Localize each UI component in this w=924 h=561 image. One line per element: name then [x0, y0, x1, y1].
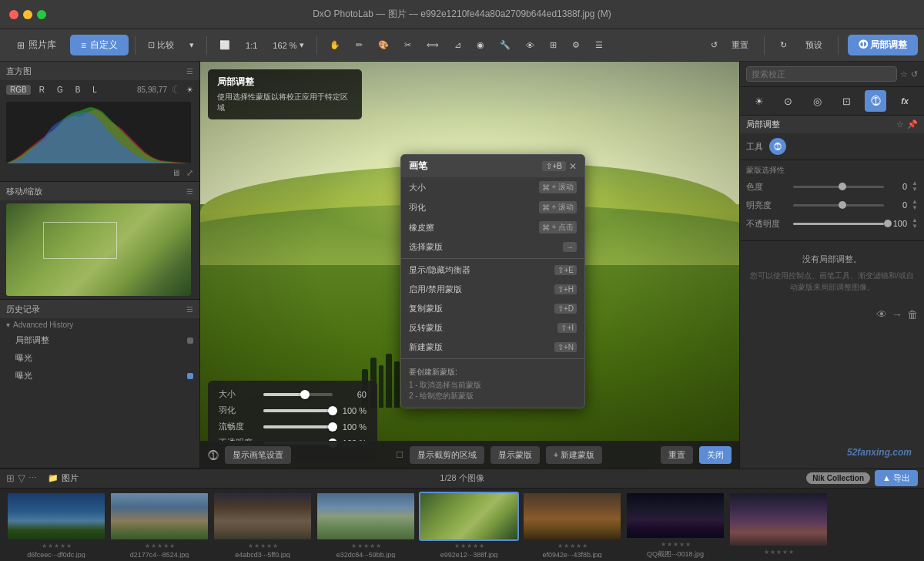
history-item[interactable]: 局部调整 — [0, 331, 199, 349]
edit-tool[interactable]: ✏ — [350, 37, 369, 53]
grid-tool[interactable]: ⊞ — [544, 37, 563, 53]
move-zoom-preview[interactable] — [6, 203, 191, 296]
filter2-icon[interactable]: ⋯ — [28, 473, 37, 483]
detail-tool-icon[interactable]: ◎ — [807, 90, 829, 112]
canvas-area[interactable]: 局部调整 使用选择性蒙版以将校正应用于特定区域 画笔 ⇧+B ✕ 大小 ⌘+ 滚… — [200, 62, 739, 469]
context-menu-close[interactable]: ✕ — [569, 161, 577, 172]
zoom-button[interactable]: 162 % ▾ — [266, 37, 310, 53]
color-picker[interactable]: 🎨 — [372, 37, 395, 53]
fx-tool-icon[interactable]: fx — [894, 90, 916, 112]
history-more-icon[interactable]: ☰ — [186, 305, 193, 314]
cm-item-select-mask[interactable]: 选择蒙版 → — [401, 237, 584, 257]
show-brush-settings[interactable]: 显示画笔设置 — [225, 446, 291, 464]
undo-button[interactable]: ↺ — [705, 36, 724, 54]
refresh-icon[interactable]: ↺ — [911, 69, 918, 79]
move-zoom-more-icon[interactable]: ☰ — [186, 187, 193, 196]
brightness-stepper[interactable]: ▲▼ — [912, 199, 918, 211]
filter-icon[interactable]: ▽ — [18, 472, 25, 484]
undo-label[interactable]: 重置 — [725, 36, 755, 54]
export-button[interactable]: ▲ 导出 — [875, 470, 918, 486]
star-icon[interactable]: ☆ — [896, 119, 904, 129]
channel-l[interactable]: L — [89, 85, 101, 95]
film-thumbnail[interactable]: ★★★★★QQ截图···0018.jpg — [625, 492, 725, 558]
film-thumbnail[interactable]: ★★★★★e4abcd3···5ff0.jpg — [213, 492, 313, 558]
opacity-slider[interactable] — [793, 223, 884, 225]
star-icon[interactable]: ☆ — [900, 69, 908, 79]
channel-r[interactable]: R — [35, 85, 49, 95]
compare-button[interactable]: ⊡ 比较 — [142, 36, 180, 54]
eye-tool[interactable]: 👁 — [520, 38, 541, 53]
extra-tool[interactable]: ☰ — [589, 37, 609, 53]
film-thumbnail[interactable]: ★★★★★d6fceec···df0dc.jpg — [6, 492, 106, 558]
color-slider[interactable] — [793, 186, 884, 188]
local-tool-icon[interactable]: ⓵ — [865, 90, 886, 112]
film-thumbnail[interactable]: ★★★★★e992e12···388f.jpg — [419, 492, 519, 558]
active-tool-indicator[interactable]: ⓵ — [769, 138, 786, 155]
cm-item-size[interactable]: 大小 ⌘+ 滚动 — [401, 177, 584, 197]
film-thumbnail[interactable]: ★★★★★ef0942e···43f8b.jpg — [522, 492, 622, 558]
cm-item-invert-mask[interactable]: 反转蒙版 ⇧+I — [401, 318, 584, 338]
color-tool-icon[interactable]: ⊙ — [778, 90, 799, 112]
show-mask-button[interactable]: 显示蒙版 — [490, 446, 540, 464]
brush-size-slider[interactable] — [263, 393, 333, 396]
histogram-moon-icon[interactable]: ☾ — [172, 83, 182, 96]
brightness-slider[interactable] — [793, 204, 884, 207]
histogram-more-icon[interactable]: ☰ — [186, 67, 193, 76]
cm-item-copy-mask[interactable]: 复制蒙版 ⇧+D — [401, 299, 584, 318]
search-input[interactable] — [746, 66, 897, 82]
crop-button[interactable]: ⬜ — [213, 37, 236, 53]
new-mask-button[interactable]: + 新建蒙版 — [546, 446, 602, 464]
film-thumbnail[interactable]: ★★★★★ — [728, 492, 829, 558]
cm-item-feather[interactable]: 羽化 ⌘+ 滚动 — [401, 197, 584, 217]
perspective-tool[interactable]: ⊿ — [448, 37, 467, 53]
expand-icon[interactable]: ⤢ — [186, 168, 193, 178]
local-adjust-button[interactable]: ⓵ 局部调整 — [848, 35, 918, 55]
close-button[interactable] — [9, 10, 18, 19]
history-item[interactable]: 曝光 — [0, 349, 199, 367]
hand-tool[interactable]: ✋ — [323, 37, 346, 53]
channel-g[interactable]: G — [53, 85, 67, 95]
monitor-icon[interactable]: 🖥 — [172, 168, 180, 178]
pin-icon[interactable]: 📌 — [907, 119, 918, 129]
color-stepper[interactable]: ▲▼ — [912, 180, 918, 193]
advanced-history-header[interactable]: ▾ Advanced History — [0, 318, 199, 331]
channel-b[interactable]: B — [72, 85, 85, 95]
redo-button[interactable]: ↻ — [774, 37, 793, 53]
horizon-tool[interactable]: ⟺ — [420, 37, 445, 53]
close-button[interactable]: 关闭 — [699, 446, 732, 464]
film-thumbnail[interactable]: ★★★★★d2177c4···8524.jpg — [109, 492, 209, 558]
minimize-button[interactable] — [23, 10, 32, 19]
crop-tool[interactable]: ✂ — [398, 37, 417, 53]
cm-item-eraser[interactable]: 橡皮擦 ⌘+ 点击 — [401, 217, 584, 237]
repair-tool[interactable]: 🔧 — [494, 37, 517, 53]
redo-label[interactable]: 预设 — [799, 36, 829, 54]
sort-icon[interactable]: ⊞ — [6, 472, 15, 484]
opacity-stepper[interactable]: ▲▼ — [912, 217, 918, 230]
brush-feather-slider[interactable] — [263, 409, 333, 412]
arrow-icon[interactable]: → — [892, 308, 902, 321]
settings-tool[interactable]: ⚙ — [566, 37, 586, 53]
color-label: 色度 — [746, 181, 788, 193]
fullscreen-button[interactable] — [37, 10, 46, 19]
geometry-tool-icon[interactable]: ⊡ — [835, 90, 857, 112]
ratio-button[interactable]: 1:1 — [239, 38, 263, 53]
view-options-button[interactable]: ▾ — [183, 37, 200, 53]
reset-button[interactable]: 重置 — [661, 446, 693, 464]
brush-flow-slider[interactable] — [263, 425, 333, 428]
trash-icon[interactable]: 🗑 — [907, 308, 918, 321]
folder-icon: 📁 — [48, 473, 59, 483]
cm-item-toggle-mask[interactable]: 启用/禁用蒙版 ⇧+H — [401, 280, 584, 299]
local-tool[interactable]: ◉ — [470, 37, 490, 53]
cm-item-new-mask[interactable]: 新建蒙版 ⇧+N — [401, 338, 584, 357]
channel-rgb[interactable]: RGB — [6, 85, 31, 95]
eye-toggle-icon[interactable]: 👁 — [876, 308, 887, 321]
histogram-sun-icon[interactable]: ☀ — [186, 86, 193, 94]
light-tool-icon[interactable]: ☀ — [748, 90, 770, 112]
show-crop-button[interactable]: 显示截剪的区域 — [410, 446, 484, 464]
cm-item-show-equalizer[interactable]: 显示/隐藏均衡器 ⇧+E — [401, 260, 584, 280]
show-brush-icon: ⓵ — [208, 449, 219, 462]
history-item[interactable]: 曝光 — [0, 367, 199, 385]
tab-customize[interactable]: ≡ 自定义 — [70, 35, 129, 55]
tab-library[interactable]: ⊞ 照片库 — [6, 35, 67, 55]
film-thumbnail[interactable]: ★★★★★e32dc84···59bb.jpg — [316, 492, 416, 558]
